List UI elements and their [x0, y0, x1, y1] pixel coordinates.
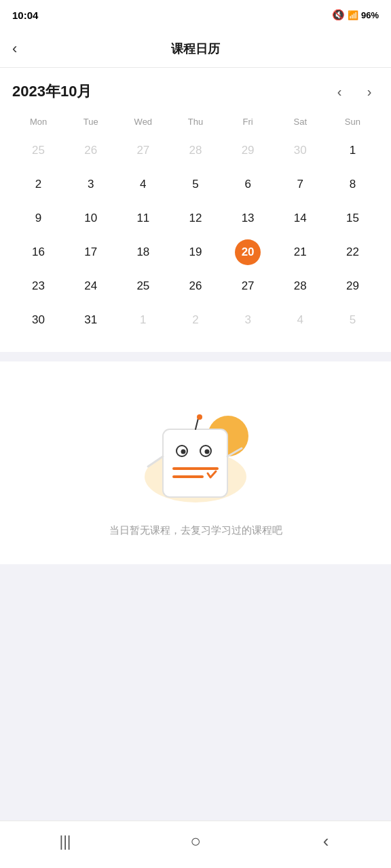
cal-cell[interactable]: 8	[327, 169, 379, 200]
cal-cell[interactable]: 9	[12, 203, 64, 234]
cal-cell[interactable]: 10	[64, 203, 117, 234]
empty-state-message: 当日暂无课程，去复习学习过的课程吧	[109, 524, 282, 537]
cal-cell[interactable]: 18	[117, 237, 169, 268]
cal-cell[interactable]: 3	[64, 169, 117, 200]
cal-cell[interactable]: 29	[222, 135, 274, 166]
cal-cell[interactable]: 27	[117, 135, 169, 166]
cal-cell[interactable]: 5	[327, 304, 379, 336]
cal-cell[interactable]: 4	[117, 169, 169, 200]
days-of-week-row: Mon Tue Wed Thu Fri Sat Sun	[12, 114, 379, 130]
cal-cell[interactable]: 22	[327, 237, 379, 268]
cal-cell[interactable]: 17	[64, 237, 117, 268]
cal-cell[interactable]: 4	[274, 304, 327, 336]
cal-cell[interactable]: 1	[117, 304, 169, 336]
cal-cell[interactable]: 25	[117, 271, 169, 302]
battery-icon: 96%	[361, 10, 379, 20]
cal-cell[interactable]: 26	[64, 135, 117, 166]
dow-mon: Mon	[12, 114, 64, 130]
cal-cell[interactable]: 3	[222, 304, 274, 336]
cal-cell[interactable]: 23	[12, 271, 64, 302]
cal-cell[interactable]: 31	[64, 304, 117, 336]
cal-cell[interactable]: 28	[274, 271, 327, 302]
status-bar: 10:04 🔇 📶 96%	[0, 0, 391, 30]
cal-cell[interactable]: 1	[327, 135, 379, 166]
cal-cell[interactable]: 12	[169, 203, 221, 234]
svg-rect-2	[163, 429, 227, 497]
status-time: 10:04	[12, 9, 38, 21]
dow-wed: Wed	[117, 114, 169, 130]
calendar-container: 2023年10月 ‹ › Mon Tue Wed Thu Fri Sat Sun…	[0, 68, 391, 352]
svg-point-5	[181, 450, 186, 454]
cal-cell[interactable]: 11	[117, 203, 169, 234]
section-gap	[0, 352, 391, 361]
bottom-nav: ||| ○ ‹	[0, 821, 391, 868]
cal-cell[interactable]: 16	[12, 237, 64, 268]
cal-cell[interactable]: 13	[222, 203, 274, 234]
prev-month-button[interactable]: ‹	[330, 82, 349, 101]
system-back-button[interactable]: ‹	[309, 825, 343, 859]
cal-cell[interactable]: 25	[12, 135, 64, 166]
cal-cell[interactable]: 21	[274, 237, 327, 268]
cal-cell[interactable]: 19	[169, 237, 221, 268]
cal-cell[interactable]: 29	[327, 271, 379, 302]
empty-illustration	[128, 389, 263, 511]
svg-point-6	[205, 450, 210, 454]
dow-fri: Fri	[222, 114, 274, 130]
cal-cell[interactable]: 2	[12, 169, 64, 200]
calendar-grid: 25 26 27 28 29 30 1 2 3 4 5 6 7 8 9 10 1…	[12, 135, 379, 336]
empty-state-card: 当日暂无课程，去复习学习过的课程吧	[0, 361, 391, 564]
cal-cell[interactable]: 2	[169, 304, 221, 336]
page-header: ‹ 课程日历	[0, 30, 391, 68]
cal-cell[interactable]: 26	[169, 271, 221, 302]
dow-sun: Sun	[327, 114, 379, 130]
month-nav: ‹ ›	[330, 82, 379, 101]
cal-cell[interactable]: 7	[274, 169, 327, 200]
home-icon: ○	[190, 831, 201, 852]
cal-cell[interactable]: 30	[12, 304, 64, 336]
svg-point-12	[197, 414, 202, 420]
wifi-icon: 📶	[348, 10, 358, 20]
home-button[interactable]: ○	[179, 825, 212, 859]
status-icons: 🔇 📶 96%	[332, 9, 379, 21]
cal-cell[interactable]: 6	[222, 169, 274, 200]
dow-sat: Sat	[274, 114, 327, 130]
system-back-icon: ‹	[323, 831, 329, 852]
cal-cell[interactable]: 30	[274, 135, 327, 166]
cal-cell[interactable]: 27	[222, 271, 274, 302]
cal-cell[interactable]: 28	[169, 135, 221, 166]
back-button[interactable]: ‹	[12, 40, 17, 58]
dow-thu: Thu	[169, 114, 221, 130]
next-month-button[interactable]: ›	[360, 82, 379, 101]
cal-cell[interactable]: 24	[64, 271, 117, 302]
recent-apps-icon: |||	[59, 833, 71, 850]
cal-cell[interactable]: 14	[274, 203, 327, 234]
cal-cell[interactable]: 15	[327, 203, 379, 234]
mute-icon: 🔇	[332, 9, 345, 21]
month-title: 2023年10月	[12, 81, 92, 102]
dow-tue: Tue	[64, 114, 117, 130]
cal-cell-today[interactable]: 20	[222, 237, 274, 268]
svg-line-11	[196, 418, 198, 429]
page-spacer	[0, 564, 391, 821]
recent-apps-button[interactable]: |||	[48, 825, 82, 859]
month-header: 2023年10月 ‹ ›	[12, 81, 379, 102]
cal-cell[interactable]: 5	[169, 169, 221, 200]
page-title: 课程日历	[171, 41, 220, 57]
